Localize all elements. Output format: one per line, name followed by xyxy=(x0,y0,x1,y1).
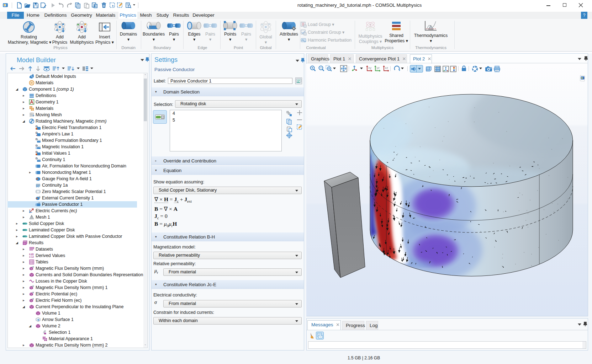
svg-text:xy: xy xyxy=(368,66,372,70)
svg-text:yz: yz xyxy=(376,66,380,70)
svg-text:DC: DC xyxy=(36,185,39,188)
svg-text:+: + xyxy=(29,209,31,211)
svg-text:8.85: 8.85 xyxy=(29,253,34,256)
svg-text:e-12: e-12 xyxy=(29,256,34,258)
svg-text:DC: DC xyxy=(36,147,39,149)
svg-text:xz: xz xyxy=(385,66,388,70)
